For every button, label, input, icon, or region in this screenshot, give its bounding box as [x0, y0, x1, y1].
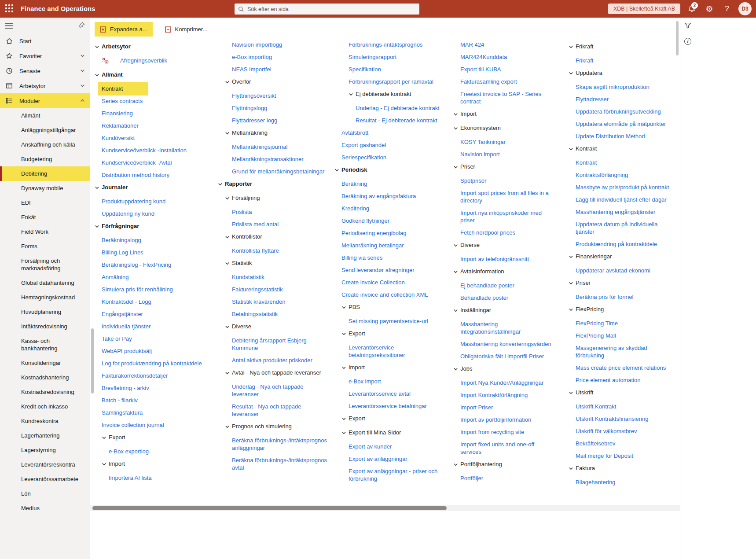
menu-link[interactable]: Beräkna förbruknings-/intäktsprognos anl… [218, 437, 328, 452]
menu-link[interactable]: Uppdatera elområde på mätpunkter [569, 120, 673, 128]
menu-link[interactable]: Export av anläggningar - priser och förb… [334, 467, 444, 482]
menu-link[interactable]: Uppdatera datum på individuella tjänster [569, 221, 673, 235]
menu-link[interactable]: Mellanräkningsjournal [218, 143, 328, 151]
sidebar-module-leverantörsreskontra[interactable]: Leverantörsreskontra [0, 457, 90, 472]
sidebar-item-start[interactable]: Start [0, 33, 90, 48]
menu-link[interactable]: Betalningsstatistik [218, 310, 328, 318]
menu-link[interactable]: Uppdatera förbrukningsutveckling [569, 108, 673, 115]
menu-link[interactable]: Flyttadresser [569, 96, 673, 103]
notifications-button[interactable]: 2 [683, 0, 701, 18]
menu-link[interactable]: e-Box exportlog [95, 448, 202, 455]
menu-link[interactable]: Log for produktændring på kontraktdele [95, 360, 202, 367]
menu-subsection-header[interactable]: Försäljning [218, 194, 328, 202]
sidebar-module-kredit-och-inkasso[interactable]: Kredit och inkasso [0, 399, 90, 414]
menu-link[interactable]: Obligatoriska fält i importfil Priser [453, 353, 555, 360]
sidebar-module-dynaway-mobile[interactable]: Dynaway mobile [0, 181, 90, 195]
menu-subsection-header[interactable]: FlexPricing [569, 305, 673, 314]
menu-link[interactable]: Navision importlogg [218, 41, 328, 48]
sidebar-module-field-work[interactable]: Field Work [0, 224, 90, 239]
collapse-all-button[interactable]: Komprimer... [160, 22, 213, 37]
menu-link[interactable]: Price element automation [569, 376, 673, 384]
menu-link[interactable]: Produktuppdatering kund [95, 198, 202, 205]
sidebar-module-konsolideringar[interactable]: Konsolideringar [0, 356, 90, 370]
menu-link[interactable]: Resultat - Ej debiterade kontrakt [334, 117, 444, 124]
menu-link[interactable]: Uppdatering ny kund [95, 210, 202, 217]
menu-link[interactable]: e-Box import [334, 378, 444, 385]
menu-link[interactable]: Kundstatistik [218, 273, 328, 281]
menu-link[interactable]: Billing Log Lines [95, 249, 202, 256]
menu-link[interactable]: Beräkningslog - FlexPricing [95, 261, 202, 268]
menu-link[interactable]: Mass create price element relations [569, 364, 673, 371]
menu-link[interactable]: Kundserviceöverblick -Avtal [95, 159, 202, 166]
menu-subsection-header[interactable]: Kontrollistor [218, 233, 328, 241]
menu-subsection-header[interactable]: Portföljhantering [453, 460, 555, 469]
menu-link[interactable]: Statistik kravärenden [218, 298, 328, 305]
sidebar-module-lagerhantering[interactable]: Lagerhantering [0, 428, 90, 443]
menu-link[interactable]: Export gashandel [334, 141, 444, 149]
menu-link[interactable]: Flyttningsöversikt [218, 92, 328, 99]
expand-all-button[interactable]: Expandera a... [95, 22, 153, 37]
menu-link[interactable]: Import fixed units and one-off services [453, 441, 555, 456]
menu-link[interactable]: Faktureringsstatistik [218, 286, 328, 293]
menu-link[interactable]: KOSY Tankningar [453, 138, 555, 146]
menu-section-header[interactable]: Arbetsytor [95, 43, 202, 51]
menu-subsection-header[interactable]: Uppdatera [569, 69, 673, 77]
menu-link[interactable]: Beräkning [334, 180, 444, 188]
menu-link[interactable]: Kontrollista flyttare [218, 247, 328, 254]
menu-subsection-header[interactable]: Import [453, 110, 555, 118]
sidebar-module-kassa-och-bankhantering[interactable]: Kassa- och bankhantering [0, 334, 90, 356]
menu-link[interactable]: Fakturakorrektionsdetaljer [95, 372, 202, 379]
menu-section-header[interactable]: Förfrågningar [95, 222, 202, 231]
sidebar-module-enkät[interactable]: Enkät [0, 210, 90, 224]
menu-link[interactable]: Billing via series [334, 254, 444, 261]
menu-link[interactable]: FlexPricing Mall [569, 332, 673, 339]
menu-subsection-header[interactable]: Avtalsinformation [453, 268, 555, 276]
menu-link[interactable]: Mellanräkning betalingar [334, 242, 444, 249]
menu-link[interactable]: Import Priser [453, 404, 555, 411]
menu-link[interactable]: MAR 424 [453, 41, 555, 48]
menu-subsection-header[interactable]: Statistik [218, 259, 328, 268]
menu-link[interactable]: Export av kunder [334, 443, 444, 450]
sidebar-module-anläggningstillgångar[interactable]: Anläggningstillgångar [0, 123, 90, 137]
menu-link[interactable]: Individuella tjänster [95, 323, 202, 330]
menu-link[interactable]: Grund för mellanräkningsbetalningar [218, 168, 328, 175]
sidebar-module-allmänt[interactable]: Allmänt [0, 108, 90, 123]
menu-link[interactable]: Reklamationer [95, 122, 202, 129]
menu-link[interactable]: Debitering årsrapport Esbjerg Kommune [218, 337, 328, 352]
menu-link[interactable]: Import Nya Kunder/Anläggningar [453, 379, 555, 386]
search-input[interactable]: Sök efter en sida [235, 4, 419, 15]
menu-link[interactable]: Invoice collection journal [95, 421, 202, 429]
menu-subsection-header[interactable]: Diverse [218, 323, 328, 331]
menu-link[interactable]: Kundserviceöverblick -Installation [95, 147, 202, 154]
menu-link[interactable]: Seriespecifikation [334, 154, 444, 161]
menu-subsection-header[interactable]: Utskrift [569, 389, 673, 397]
sidebar-module-kundreskontra[interactable]: Kundreskontra [0, 414, 90, 428]
content-vertical-scrollbar[interactable] [676, 21, 679, 55]
menu-link[interactable]: Leverantörsservice avtal [334, 390, 444, 397]
sidebar-item-arbetsytor[interactable]: Arbetsytor [0, 78, 90, 93]
content-horizontal-scrollbar[interactable] [90, 505, 680, 511]
filter-button[interactable] [680, 18, 695, 33]
sidebar-module-forms[interactable]: Forms [0, 239, 90, 254]
menu-link[interactable]: Bilagehantering [569, 478, 673, 486]
menu-link[interactable]: Kreditering [334, 205, 444, 212]
sidebar-scrollbar[interactable] [91, 328, 94, 394]
waffle-icon[interactable] [5, 4, 15, 14]
menu-link[interactable]: MAR424Kunddata [453, 53, 555, 61]
menu-link[interactable]: Batch - filarkiv [95, 397, 202, 404]
menu-subsection-header[interactable]: Diverse [453, 241, 555, 250]
menu-subsection-header[interactable]: Frikraft [569, 43, 673, 51]
menu-subsection-header[interactable]: Import [334, 364, 444, 372]
menu-link[interactable]: Spotpriser [453, 177, 555, 184]
pin-icon[interactable] [78, 22, 85, 30]
menu-link[interactable]: Flyttadresser logg [218, 117, 328, 124]
menu-link[interactable]: Finansiering [95, 110, 202, 117]
menu-link[interactable]: Update Distribution Method [569, 132, 673, 140]
menu-subsection-header[interactable]: Ej debiterade kontrakt [334, 90, 444, 99]
menu-subsection-header[interactable]: Prognos och simulering [218, 423, 328, 431]
sidebar-module-leverantörssamarbete[interactable]: Leverantörssamarbete [0, 472, 90, 486]
menu-link[interactable]: Export till KUBA [453, 66, 555, 73]
menu-link[interactable]: Import from recycling site [453, 428, 555, 436]
menu-section-header[interactable]: Journaler [95, 184, 202, 192]
avatar[interactable]: D3 [738, 2, 752, 15]
